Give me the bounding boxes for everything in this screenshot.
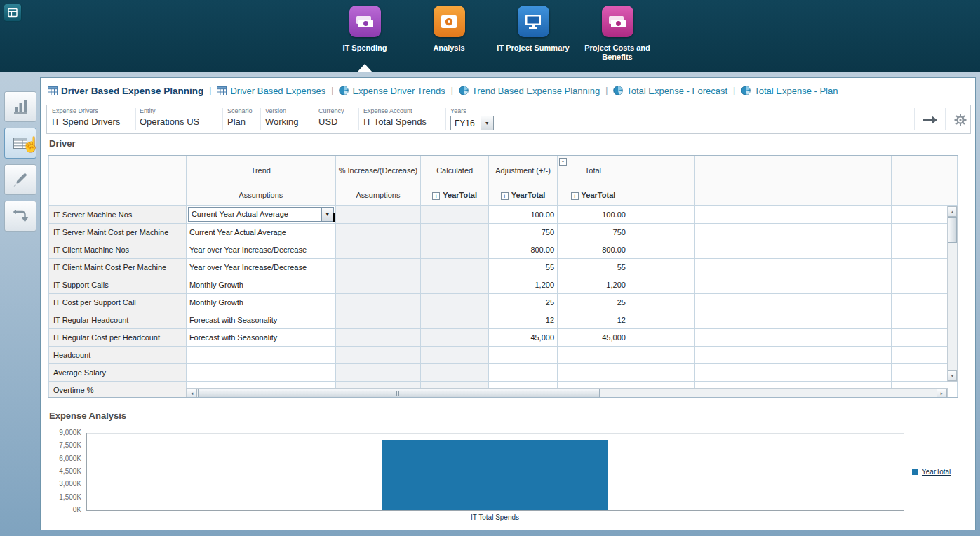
app-project-costs-and-benefits[interactable]: Project Costs and Benefits	[575, 6, 659, 62]
cell-calculated[interactable]	[421, 206, 489, 224]
cell-adjustment[interactable]: 25	[489, 294, 558, 311]
app-menu-icon[interactable]	[4, 4, 22, 22]
expand-icon[interactable]: +	[501, 192, 509, 200]
tab-expense-driver-trends[interactable]: Expense Driver Trends	[339, 86, 445, 96]
cell-empty	[629, 259, 694, 276]
cell-adjustment[interactable]: 100.00	[489, 206, 558, 224]
vertical-scroll-thumb[interactable]	[948, 217, 957, 243]
cell-trend[interactable]: Current Year Actual Average▼	[186, 206, 335, 224]
expand-icon[interactable]: +	[571, 192, 579, 200]
trend-dropdown[interactable]: Current Year Actual Average▼	[188, 207, 334, 222]
cell-calculated[interactable]	[421, 364, 489, 382]
cell-total[interactable]: 750	[558, 224, 629, 241]
cell-pct-increase[interactable]	[335, 347, 421, 364]
grid-icon	[48, 86, 58, 95]
cell-trend[interactable]: Year over Year Increase/Decrease	[186, 259, 335, 276]
pov-field-years: YearsFY16▼	[450, 107, 494, 130]
cell-adjustment[interactable]: 750	[489, 224, 558, 241]
settings-button[interactable]	[951, 111, 970, 129]
cell-adjustment[interactable]: 12	[489, 311, 558, 329]
scroll-right-icon[interactable]: ►	[937, 389, 947, 398]
cell-calculated[interactable]	[421, 311, 489, 329]
cell-pct-increase[interactable]	[335, 364, 421, 382]
cell-total[interactable]: 45,000	[558, 329, 629, 347]
cell-adjustment[interactable]: 1,200	[489, 276, 558, 294]
horizontal-scroll-thumb[interactable]	[198, 389, 600, 398]
cell-pct-increase[interactable]	[335, 329, 421, 347]
cell-trend[interactable]: Forecast with Seasonality	[186, 311, 335, 329]
cell-empty	[760, 364, 826, 382]
horizontal-scrollbar[interactable]: ◄ ►	[186, 388, 948, 398]
cell-pct-increase[interactable]	[335, 311, 421, 329]
cell-total[interactable]: 25	[558, 294, 629, 311]
cell-adjustment[interactable]	[489, 364, 558, 382]
cell-adjustment[interactable]: 800.00	[489, 241, 558, 259]
cell-pct-increase[interactable]	[335, 241, 421, 259]
cell-calculated[interactable]	[421, 224, 489, 241]
tab-trend-based-expense-planning[interactable]: Trend Based Expense Planning	[459, 86, 600, 96]
cell-total[interactable]: 800.00	[558, 241, 629, 259]
cell-calculated[interactable]	[421, 259, 489, 276]
scroll-down-icon[interactable]: ▼	[948, 370, 957, 381]
cell-pct-increase[interactable]	[335, 294, 421, 311]
cell-trend[interactable]: Forecast with Seasonality	[186, 329, 335, 347]
tab-total-expense-plan[interactable]: Total Expense - Plan	[741, 86, 838, 96]
cell-trend[interactable]	[186, 364, 335, 382]
x-axis-category-label[interactable]: IT Total Spends	[382, 514, 608, 521]
cell-pct-increase[interactable]	[335, 276, 421, 294]
cell-empty	[629, 294, 694, 311]
cell-calculated[interactable]	[421, 329, 489, 347]
pov-divider	[445, 108, 446, 130]
cell-calculated[interactable]	[421, 276, 489, 294]
dropdown-arrow-icon[interactable]: ▼	[321, 208, 333, 221]
cell-calculated[interactable]	[421, 294, 489, 311]
tab-total-expense-forecast[interactable]: Total Expense - Forecast	[613, 86, 727, 96]
rules-button[interactable]	[4, 201, 36, 232]
cell-total[interactable]: 55	[558, 259, 629, 276]
pov-divider	[358, 108, 359, 130]
cell-trend[interactable]: Monthly Growth	[186, 294, 335, 311]
format-button[interactable]	[4, 164, 36, 195]
cell-fill-handle[interactable]	[333, 213, 336, 222]
go-arrow-button[interactable]	[920, 112, 941, 128]
cell-trend[interactable]	[186, 347, 335, 364]
dropdown-arrow-icon[interactable]: ▼	[481, 116, 493, 130]
cell-adjustment[interactable]	[489, 347, 558, 364]
pie-chart-icon	[613, 86, 623, 95]
pov-field-value: Plan	[227, 116, 253, 127]
expand-icon[interactable]: +	[432, 192, 440, 200]
cell-total[interactable]: 1,200	[558, 276, 629, 294]
collapse-icon[interactable]: -	[559, 158, 567, 166]
cell-calculated[interactable]	[421, 347, 489, 364]
app-analysis[interactable]: Analysis	[407, 6, 491, 62]
cell-adjustment[interactable]: 55	[489, 259, 558, 276]
cell-pct-increase[interactable]	[335, 224, 421, 241]
pov-field-entity: EntityOperations US	[140, 107, 199, 127]
cell-trend[interactable]: Monthly Growth	[186, 276, 335, 294]
pov-years-dropdown[interactable]: FY16▼	[450, 116, 494, 130]
vertical-scrollbar[interactable]: ▲ ▼	[947, 206, 958, 382]
main-panel: Driver Based Expense Planning|Driver Bas…	[40, 77, 976, 530]
scroll-up-icon[interactable]: ▲	[948, 206, 957, 217]
cell-total[interactable]: 100.00	[558, 206, 629, 224]
pov-field-label: Expense Account	[363, 107, 427, 114]
cell-total[interactable]	[558, 347, 629, 364]
app-it-spending[interactable]: IT Spending	[323, 6, 407, 62]
cell-total[interactable]	[558, 364, 629, 382]
cell-adjustment[interactable]: 45,000	[489, 329, 558, 347]
cell-calculated[interactable]	[421, 241, 489, 259]
cell-trend[interactable]: Current Year Actual Average	[186, 224, 335, 241]
pov-field-value: IT Total Spends	[363, 116, 427, 127]
tab-driver-based-expenses[interactable]: Driver Based Expenses	[217, 86, 325, 96]
cell-pct-increase[interactable]	[335, 259, 421, 276]
legend-series-label[interactable]: YearTotal	[922, 468, 951, 476]
app-it-project-summary[interactable]: IT Project Summary	[491, 6, 575, 62]
scroll-left-icon[interactable]: ◄	[187, 389, 197, 398]
cell-total[interactable]: 12	[558, 311, 629, 329]
cell-trend[interactable]: Year over Year Increase/Decrease	[186, 241, 335, 259]
pov-divider	[914, 108, 915, 130]
app-label: IT Project Summary	[497, 43, 569, 53]
tab-driver-based-expense-planning[interactable]: Driver Based Expense Planning	[48, 86, 203, 96]
analyze-button[interactable]	[4, 91, 36, 122]
cell-pct-increase[interactable]	[335, 206, 421, 224]
